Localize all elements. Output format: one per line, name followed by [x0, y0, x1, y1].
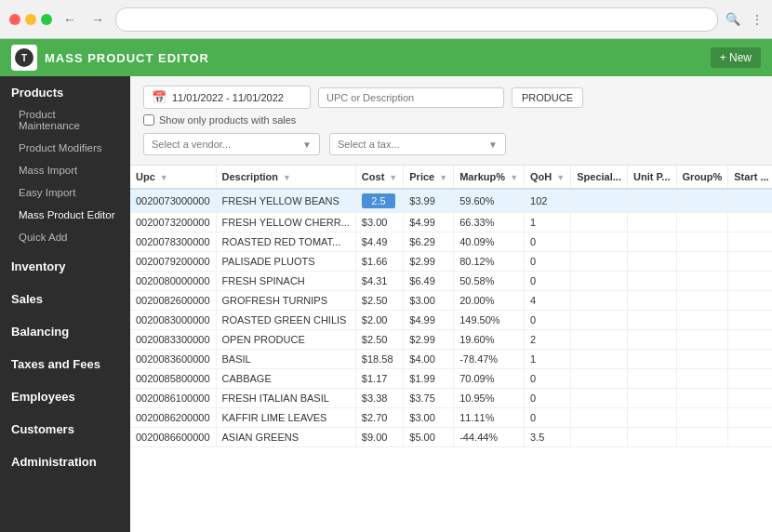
cell-upc: 0020086100000	[130, 389, 216, 408]
sidebar-item-quick-add[interactable]: Quick Add	[0, 226, 130, 248]
cell-cost[interactable]: $1.17	[355, 369, 403, 389]
cell-cost[interactable]: $2.00	[355, 311, 403, 330]
cell-markup: 19.60%	[454, 330, 525, 350]
col-price: Price ▼	[404, 166, 454, 189]
show-only-sales-checkbox[interactable]	[143, 114, 154, 126]
sidebar-item-mass-import[interactable]: Mass Import	[0, 159, 130, 181]
sidebar-item-easy-import[interactable]: Easy Import	[0, 181, 130, 204]
price-sort-icon[interactable]: ▼	[439, 173, 447, 182]
cell-cost[interactable]: $1.66	[355, 252, 403, 272]
cell-qoh: 1	[525, 213, 571, 233]
cell-group	[676, 311, 728, 330]
cell-cost[interactable]: $18.58	[355, 350, 403, 369]
cell-cost[interactable]: $2.50	[355, 291, 403, 311]
cell-special	[571, 233, 628, 252]
cell-qoh: 0	[525, 272, 571, 291]
cell-qoh: 0	[525, 408, 571, 428]
cost-value: $1.66	[362, 256, 388, 267]
cell-markup: 11.11%	[454, 408, 525, 428]
sidebar-item-product-maintenance[interactable]: Product Maintenance	[0, 103, 130, 137]
cell-upc: 0020073200000	[130, 213, 216, 233]
cost-sort-icon[interactable]: ▼	[389, 173, 397, 182]
cell-qoh: 1	[525, 350, 571, 369]
back-button[interactable]: ←	[60, 10, 80, 29]
cell-markup: 10.95%	[454, 389, 525, 408]
cell-upc: 0020086200000	[130, 408, 216, 428]
app: T MASS PRODUCT EDITOR + New Products Pro…	[0, 39, 772, 532]
cell-group	[676, 189, 728, 213]
cell-cost[interactable]: $9.00	[355, 428, 403, 447]
cell-price: $2.99	[404, 252, 454, 272]
cell-special	[571, 252, 628, 272]
cell-cost[interactable]	[355, 189, 403, 213]
maximize-dot[interactable]	[41, 14, 52, 25]
cell-markup: 50.58%	[454, 272, 525, 291]
qoh-sort-icon[interactable]: ▼	[556, 173, 565, 182]
cell-upc: 0020083000000	[130, 311, 216, 330]
desc-sort-icon[interactable]: ▼	[283, 173, 291, 182]
cell-start	[728, 369, 772, 389]
cell-price: $3.99	[404, 189, 454, 213]
cell-markup: -78.47%	[454, 350, 525, 369]
upc-sort-icon[interactable]: ▼	[160, 173, 168, 182]
product-table-container: Upc ▼ Description ▼ Cost ▼ Price ▼ Marku…	[130, 166, 772, 532]
markup-sort-icon[interactable]: ▼	[510, 173, 518, 182]
top-bar: T MASS PRODUCT EDITOR + New	[0, 39, 772, 76]
cell-qoh: 0	[525, 389, 571, 408]
sidebar-section-administration[interactable]: Administration	[0, 447, 130, 476]
cell-special	[571, 408, 628, 428]
cost-value: $4.49	[362, 236, 388, 247]
cell-unit-p	[627, 389, 676, 408]
cell-cost[interactable]: $4.49	[355, 233, 403, 252]
cost-input[interactable]	[362, 193, 395, 208]
cell-markup: 66.33%	[454, 213, 525, 233]
date-range-picker[interactable]: 📅 11/01/2022 - 11/01/2022	[143, 86, 311, 109]
cell-start	[728, 311, 772, 330]
upc-search-input[interactable]	[318, 87, 504, 108]
sidebar-section-balancing[interactable]: Balancing	[0, 317, 130, 346]
cell-markup: 59.60%	[454, 189, 525, 213]
cell-upc: 0020082600000	[130, 291, 216, 311]
filter-row2: Select a vendor... ▼ Select a tax... ▼	[143, 133, 759, 155]
vendor-dropdown[interactable]: Select a vendor... ▼	[143, 133, 320, 155]
cell-price: $2.99	[404, 330, 454, 350]
cell-upc: 0020083600000	[130, 350, 216, 369]
sidebar-section-employees[interactable]: Employees	[0, 382, 130, 411]
forward-button[interactable]: →	[87, 10, 108, 29]
cell-description: GROFRESH TURNIPS	[216, 291, 355, 311]
cell-start	[728, 252, 772, 272]
tax-dropdown[interactable]: Select a tax... ▼	[329, 133, 506, 155]
sidebar-item-mass-product-editor[interactable]: Mass Product Editor	[0, 204, 130, 226]
col-upc: Upc ▼	[130, 166, 216, 189]
cell-price: $4.99	[404, 311, 454, 330]
table-row: 0020073200000 FRESH YELLOW CHERR... $3.0…	[130, 213, 772, 233]
col-start: Start ...▼	[728, 166, 772, 189]
sidebar-section-taxes[interactable]: Taxes and Fees	[0, 350, 130, 379]
cell-markup: 40.09%	[454, 233, 525, 252]
close-dot[interactable]	[9, 14, 20, 25]
cost-value: $2.50	[362, 295, 388, 306]
cell-price: $6.49	[404, 272, 454, 291]
sidebar-section-sales[interactable]: Sales	[0, 285, 130, 313]
cell-start	[728, 408, 772, 428]
cell-cost[interactable]: $3.00	[355, 213, 403, 233]
cell-cost[interactable]: $4.31	[355, 272, 403, 291]
cell-markup: -44.44%	[454, 428, 525, 447]
date-range-text: 11/01/2022 - 11/01/2022	[172, 92, 284, 103]
cell-cost[interactable]: $2.50	[355, 330, 403, 350]
cell-group	[676, 389, 728, 408]
col-special: Special...	[571, 166, 628, 189]
menu-dots-icon[interactable]: ⋮	[752, 13, 763, 26]
cell-group	[676, 330, 728, 350]
sidebar-section-inventory[interactable]: Inventory	[0, 252, 130, 281]
cell-unit-p	[627, 428, 676, 447]
new-button[interactable]: + New	[711, 47, 761, 68]
sidebar-item-product-modifiers[interactable]: Product Modifiers	[0, 137, 130, 159]
minimize-dot[interactable]	[25, 14, 36, 25]
cell-cost[interactable]: $2.70	[355, 408, 403, 428]
col-group: Group%	[676, 166, 728, 189]
cell-special	[571, 389, 628, 408]
cell-cost[interactable]: $3.38	[355, 389, 403, 408]
sidebar-section-customers[interactable]: Customers	[0, 415, 130, 444]
address-bar[interactable]	[115, 7, 718, 32]
